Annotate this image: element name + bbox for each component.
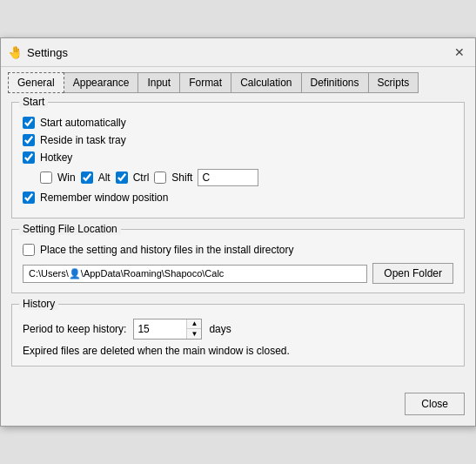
hotkey-ctrl-checkbox[interactable] <box>116 171 128 184</box>
start-section: Start Start automatically Reside in task… <box>11 102 465 219</box>
tab-general[interactable]: General <box>8 72 64 93</box>
history-section-title: History <box>19 298 58 310</box>
history-section: History Period to keep history: ▲ ▼ days… <box>11 304 465 366</box>
place-install-checkbox[interactable] <box>23 244 35 256</box>
history-period-row: Period to keep history: ▲ ▼ days <box>23 319 453 340</box>
hotkey-row: Hotkey <box>23 151 453 164</box>
open-folder-button[interactable]: Open Folder <box>372 263 453 284</box>
place-install-row: Place the setting and history files in t… <box>23 244 453 256</box>
tab-input[interactable]: Input <box>137 72 180 93</box>
hotkey-keys-row: Win Alt Ctrl Shift <box>40 169 453 186</box>
tab-appearance[interactable]: Appearance <box>64 72 139 93</box>
hotkey-shift-checkbox[interactable] <box>154 171 166 184</box>
content-area: Start Start automatically Reside in task… <box>1 93 475 386</box>
remember-pos-label: Remember window position <box>40 192 168 204</box>
hotkey-key-input[interactable] <box>198 169 258 186</box>
hotkey-win-label: Win <box>57 171 76 184</box>
history-note: Expired files are deleted when the main … <box>23 345 453 357</box>
tab-format[interactable]: Format <box>179 72 231 93</box>
tab-calculation[interactable]: Calculation <box>231 72 301 93</box>
place-install-label: Place the setting and history files in t… <box>40 244 293 256</box>
reside-tray-checkbox[interactable] <box>23 134 35 146</box>
spinner-down-button[interactable]: ▼ <box>187 329 201 339</box>
start-auto-label: Start automatically <box>40 117 126 129</box>
hotkey-shift-label: Shift <box>171 171 192 184</box>
hotkey-win-checkbox[interactable] <box>40 171 52 184</box>
days-input[interactable] <box>134 320 186 338</box>
hotkey-checkbox[interactable] <box>23 151 35 164</box>
file-path-row: C:\Users\👤\AppData\Roaming\Shapoco\Calc … <box>23 263 453 284</box>
window-icon: 🤚 <box>8 45 22 59</box>
spinner-up-button[interactable]: ▲ <box>187 319 201 329</box>
period-label: Period to keep history: <box>23 323 126 335</box>
file-location-section-title: Setting File Location <box>19 223 121 235</box>
footer: Close <box>1 386 475 426</box>
window-title: Settings <box>27 46 446 59</box>
file-location-section: Setting File Location Place the setting … <box>11 229 465 293</box>
title-bar: 🤚 Settings ✕ <box>1 38 475 67</box>
close-button[interactable]: Close <box>405 393 465 415</box>
remember-pos-row: Remember window position <box>23 192 453 204</box>
settings-window: 🤚 Settings ✕ General Appearance Input Fo… <box>0 37 476 427</box>
start-section-title: Start <box>19 96 48 108</box>
reside-tray-label: Reside in task tray <box>40 134 126 146</box>
start-auto-checkbox[interactable] <box>23 117 35 129</box>
hotkey-label: Hotkey <box>40 151 72 164</box>
remember-pos-checkbox[interactable] <box>23 192 35 204</box>
hotkey-ctrl-label: Ctrl <box>133 171 150 184</box>
days-spinner: ▲ ▼ <box>133 319 202 340</box>
start-auto-row: Start automatically <box>23 117 453 129</box>
window-close-button[interactable]: ✕ <box>451 44 468 61</box>
days-label: days <box>209 323 231 335</box>
file-path-display: C:\Users\👤\AppData\Roaming\Shapoco\Calc <box>23 265 367 283</box>
tab-scripts[interactable]: Scripts <box>368 72 419 93</box>
reside-tray-row: Reside in task tray <box>23 134 453 146</box>
tab-definitions[interactable]: Definitions <box>301 72 369 93</box>
hotkey-alt-checkbox[interactable] <box>81 171 93 184</box>
hotkey-alt-label: Alt <box>98 171 111 184</box>
spinner-buttons: ▲ ▼ <box>186 319 201 339</box>
tab-bar: General Appearance Input Format Calculat… <box>1 67 475 93</box>
